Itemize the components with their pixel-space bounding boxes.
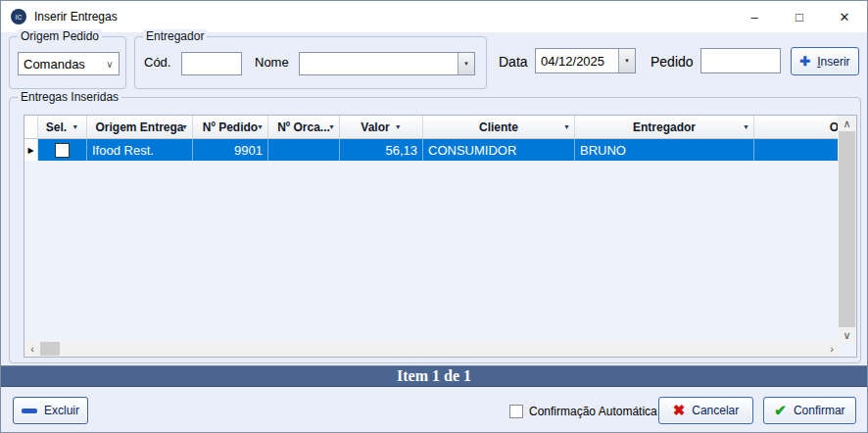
checkbox-icon[interactable] bbox=[509, 405, 523, 418]
inserir-button-label: Inserir bbox=[817, 55, 849, 69]
cod-input[interactable] bbox=[181, 52, 242, 75]
filter-arrow-icon[interactable]: ▼ bbox=[743, 123, 749, 130]
title-bar: IC Inserir Entregas – □ ✕ bbox=[1, 1, 867, 32]
item-count-text: Item 1 de 1 bbox=[397, 367, 471, 385]
origem-pedido-group: Origem Pedido Comandas ∨ bbox=[9, 36, 126, 89]
data-picker[interactable]: 04/12/2025 ▼ bbox=[535, 48, 636, 73]
cell-obs bbox=[754, 139, 840, 161]
cancelar-button-label: Cancelar bbox=[692, 404, 739, 417]
filter-arrow-icon[interactable]: ▼ bbox=[181, 123, 188, 130]
app-icon: IC bbox=[11, 9, 26, 24]
column-header-cliente[interactable]: Cliente▼ bbox=[423, 116, 575, 138]
chevron-down-icon: ∨ bbox=[101, 59, 119, 70]
row-select-checkbox[interactable] bbox=[55, 143, 70, 158]
maximize-icon: □ bbox=[796, 10, 803, 24]
entregas-table: Sel.▼ Origem Entrega▼ Nº Pedido▼ Nº Orca… bbox=[24, 115, 857, 358]
confirmar-button[interactable]: ✔ Confirmar bbox=[763, 397, 856, 424]
scroll-up-button[interactable]: ∧ bbox=[838, 116, 856, 131]
cancelar-button[interactable]: ✖ Cancelar bbox=[658, 397, 753, 424]
close-icon: ✕ bbox=[840, 10, 850, 24]
cell-entregador: BRUNO bbox=[575, 139, 754, 161]
filter-arrow-icon[interactable]: ▼ bbox=[328, 123, 335, 130]
entregador-group-label: Entregador bbox=[143, 29, 207, 43]
footer-bar: Excluir Confirmação Automática ✖ Cancela… bbox=[1, 387, 867, 433]
inserir-entregas-dialog: IC Inserir Entregas – □ ✕ Origem Pedido … bbox=[0, 0, 868, 433]
vertical-scrollbar[interactable]: ∧ ∨ bbox=[838, 116, 856, 343]
entregas-inseridas-group-label: Entregas Inseridas bbox=[18, 90, 121, 104]
scroll-up-icon: ∧ bbox=[843, 118, 850, 130]
entregas-inseridas-group: Entregas Inseridas Sel.▼ Origem Entrega▼… bbox=[9, 97, 861, 363]
scroll-down-button[interactable]: ∨ bbox=[838, 327, 856, 343]
cell-sel[interactable] bbox=[38, 139, 87, 161]
data-dropdown-button[interactable]: ▼ bbox=[618, 49, 635, 72]
data-value: 04/12/2025 bbox=[536, 54, 618, 69]
inserir-button[interactable]: ✚ Inserir bbox=[791, 47, 859, 75]
cell-n-orcamento bbox=[268, 139, 340, 161]
vertical-scrollbar-thumb[interactable] bbox=[839, 131, 855, 327]
column-header-origem-entrega[interactable]: Origem Entrega▼ bbox=[87, 116, 193, 138]
nome-combobox[interactable]: ▼ bbox=[299, 52, 475, 75]
table-row[interactable]: ▶ Ifood Rest. 9901 56,13 CONSUMIDOR BRUN… bbox=[24, 139, 840, 161]
nome-label: Nome bbox=[255, 55, 289, 70]
cell-origem-entrega: Ifood Rest. bbox=[87, 139, 193, 161]
column-header-valor[interactable]: Valor▼ bbox=[340, 116, 423, 138]
column-header-sel[interactable]: Sel.▼ bbox=[38, 116, 87, 138]
close-button[interactable]: ✕ bbox=[822, 1, 867, 32]
pedido-input[interactable] bbox=[700, 48, 781, 73]
current-row-indicator-icon: ▶ bbox=[24, 139, 38, 161]
cell-cliente: CONSUMIDOR bbox=[423, 139, 575, 161]
origem-pedido-value: Comandas bbox=[19, 57, 101, 72]
scroll-down-icon: ∨ bbox=[843, 329, 850, 342]
cell-n-pedido: 9901 bbox=[193, 139, 268, 161]
filter-arrow-icon[interactable]: ▼ bbox=[257, 123, 264, 130]
filter-arrow-icon[interactable]: ▼ bbox=[563, 123, 570, 130]
scroll-right-icon: › bbox=[830, 343, 834, 355]
window-title: Inserir Entregas bbox=[34, 10, 118, 24]
dropdown-arrow-icon: ▼ bbox=[463, 61, 469, 67]
cancel-x-icon: ✖ bbox=[673, 402, 686, 419]
confirmar-button-label: Confirmar bbox=[794, 404, 845, 417]
dropdown-arrow-icon: ▼ bbox=[624, 58, 630, 64]
excluir-button[interactable]: Excluir bbox=[13, 397, 88, 424]
scroll-left-button[interactable]: ‹ bbox=[24, 341, 40, 357]
minimize-icon: – bbox=[750, 10, 757, 24]
data-label: Data bbox=[499, 54, 528, 70]
confirmacao-automatica-checkbox[interactable]: Confirmação Automática bbox=[509, 404, 657, 418]
entregador-group: Entregador Cód. Nome ▼ bbox=[134, 36, 487, 89]
cod-label: Cód. bbox=[144, 55, 170, 70]
minus-icon bbox=[22, 409, 37, 413]
table-header-row: Sel.▼ Origem Entrega▼ Nº Pedido▼ Nº Orca… bbox=[24, 116, 856, 139]
status-bar: Item 1 de 1 bbox=[1, 365, 867, 387]
column-header-n-pedido[interactable]: Nº Pedido▼ bbox=[193, 116, 268, 138]
filter-arrow-icon[interactable]: ▼ bbox=[395, 123, 402, 130]
nome-dropdown-button[interactable]: ▼ bbox=[458, 53, 474, 74]
minimize-button[interactable]: – bbox=[732, 1, 777, 32]
scroll-right-button[interactable]: › bbox=[824, 341, 840, 357]
excluir-button-label: Excluir bbox=[44, 404, 79, 417]
origem-pedido-select[interactable]: Comandas ∨ bbox=[18, 52, 120, 75]
column-header-entregador[interactable]: Entregador▼ bbox=[575, 116, 754, 138]
row-indicator-header bbox=[24, 116, 38, 138]
horizontal-scrollbar[interactable]: ‹ › bbox=[24, 341, 840, 357]
confirmacao-automatica-label: Confirmação Automática bbox=[529, 405, 657, 418]
cell-valor: 56,13 bbox=[340, 139, 423, 161]
maximize-button[interactable]: □ bbox=[777, 1, 822, 32]
horizontal-scrollbar-thumb[interactable] bbox=[40, 342, 60, 356]
confirm-check-icon: ✔ bbox=[774, 402, 787, 419]
pedido-label: Pedido bbox=[651, 54, 694, 70]
scroll-left-icon: ‹ bbox=[30, 343, 34, 355]
filter-arrow-icon[interactable]: ▼ bbox=[72, 123, 78, 130]
origem-pedido-group-label: Origem Pedido bbox=[18, 29, 102, 43]
column-header-n-orcamento[interactable]: Nº Orca...▼ bbox=[268, 116, 340, 138]
plus-icon: ✚ bbox=[799, 54, 810, 69]
